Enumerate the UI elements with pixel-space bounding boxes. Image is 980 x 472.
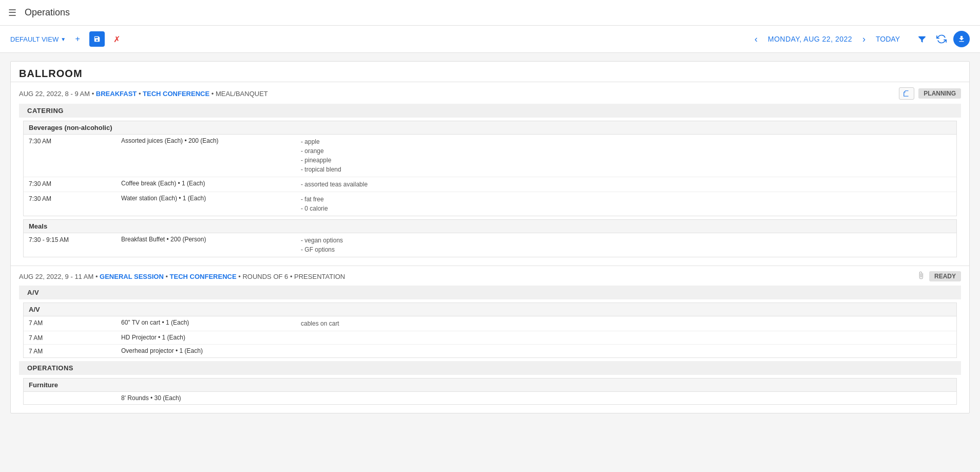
refresh-icon[interactable] [934, 31, 949, 47]
item-time: 7 AM [29, 347, 121, 355]
event-date: AUG 22, 2022, 9 - 11 AM [19, 273, 93, 280]
top-nav: ☰ Operations [0, 0, 980, 26]
today-button[interactable]: TODAY [876, 35, 900, 43]
subcategory-block: Furniture8' Rounds • 30 (Each) [23, 378, 957, 405]
item-time: 7:30 AM [29, 195, 121, 202]
subcategory-header: Beverages (non-alcoholic) [24, 121, 956, 135]
next-date-button[interactable]: › [862, 34, 866, 45]
toolbar: DEFAULT VIEW ▼ + ✗ ‹ MONDAY, AUG 22, 202… [0, 26, 980, 53]
item-name: HD Projector • 1 (Each) [121, 334, 301, 341]
prev-date-button[interactable]: ‹ [755, 34, 758, 45]
subcategory-block: Meals7:30 - 9:15 AMBreakfast Buffet • 20… [23, 219, 957, 257]
current-date: MONDAY, AUG 22, 2022 [768, 35, 852, 43]
item-time [29, 394, 121, 395]
event-status-row: READY [917, 271, 961, 281]
date-navigation: ‹ MONDAY, AUG 22, 2022 › TODAY [755, 34, 900, 45]
item-row: 7 AM60" TV on cart • 1 (Each)cables on c… [24, 316, 956, 331]
item-name: Breakfast Buffet • 200 (Person) [121, 236, 301, 243]
chevron-down-icon: ▼ [61, 36, 66, 42]
item-row: 8' Rounds • 30 (Each) [24, 392, 956, 404]
item-time: 7 AM [29, 319, 121, 327]
app-title: Operations [25, 7, 70, 18]
event-block: AUG 22, 2022, 9 - 11 AM • GENERAL SESSIO… [11, 266, 969, 413]
item-name: 60" TV on cart • 1 (Each) [121, 319, 301, 326]
status-badge[interactable]: PLANNING [918, 88, 961, 99]
event-link[interactable]: BREAKFAST [96, 90, 137, 98]
event-status-row: PLANNING [899, 87, 961, 100]
subcategory-block: Beverages (non-alcoholic)7:30 AMAssorted… [23, 121, 957, 216]
item-row: 7 AMOverhead projector • 1 (Each) [24, 345, 956, 357]
item-row: 7 AMHD Projector • 1 (Each) [24, 331, 956, 345]
menu-icon[interactable]: ☰ [8, 7, 16, 18]
item-name: Water station (Each) • 1 (Each) [121, 195, 301, 202]
item-notes: cables on cart [301, 319, 951, 328]
item-time: 7:30 AM [29, 180, 121, 187]
subcategory-block: A/V7 AM60" TV on cart • 1 (Each)cables o… [23, 303, 957, 358]
category-header: A/V [19, 286, 961, 299]
event-link[interactable]: GENERAL SESSION [100, 273, 164, 280]
item-row: 7:30 - 9:15 AMBreakfast Buffet • 200 (Pe… [24, 233, 956, 257]
download-button[interactable] [953, 31, 970, 47]
item-notes: - vegan options - GF options [301, 236, 951, 254]
save-button[interactable] [89, 31, 105, 47]
item-name: Coffee break (Each) • 1 (Each) [121, 180, 301, 187]
event-block: AUG 22, 2022, 8 - 9 AM • BREAKFAST • TEC… [11, 82, 969, 266]
category-header: CATERING [19, 104, 961, 118]
item-name: Assorted juices (Each) • 200 (Each) [121, 137, 301, 144]
cancel-button[interactable]: ✗ [109, 31, 124, 47]
item-time: 7 AM [29, 334, 121, 342]
subcategory-header: Furniture [24, 379, 956, 392]
subcategory-header: Meals [24, 220, 956, 233]
item-notes: - apple - orange - pineapple - tropical … [301, 137, 951, 174]
event-meta: AUG 22, 2022, 8 - 9 AM • BREAKFAST • TEC… [19, 90, 268, 98]
item-name: 8' Rounds • 30 (Each) [121, 394, 301, 402]
item-row: 7:30 AMAssorted juices (Each) • 200 (Eac… [24, 135, 956, 177]
event-date: AUG 22, 2022, 8 - 9 AM [19, 90, 90, 98]
event-link[interactable]: TECH CONFERENCE [170, 273, 237, 280]
subcategory-header: A/V [24, 303, 956, 316]
event-header-row: AUG 22, 2022, 9 - 11 AM • GENERAL SESSIO… [19, 271, 961, 281]
attachment-icon [917, 271, 925, 281]
item-notes: - assorted teas available [301, 180, 951, 189]
item-row: 7:30 AMCoffee break (Each) • 1 (Each)- a… [24, 177, 956, 192]
item-row: 7:30 AMWater station (Each) • 1 (Each)- … [24, 192, 956, 216]
item-time: 7:30 AM [29, 137, 121, 145]
event-details: ROUNDS OF 6 • PRESENTATION [242, 273, 345, 280]
event-link[interactable]: TECH CONFERENCE [143, 90, 209, 98]
rooms-container: BALLROOMAUG 22, 2022, 8 - 9 AM • BREAKFA… [10, 61, 970, 413]
room-name: BALLROOM [11, 62, 969, 82]
event-meta: AUG 22, 2022, 9 - 11 AM • GENERAL SESSIO… [19, 273, 345, 280]
room-card: BALLROOMAUG 22, 2022, 8 - 9 AM • BREAKFA… [10, 61, 970, 413]
main-content: BALLROOMAUG 22, 2022, 8 - 9 AM • BREAKFA… [0, 53, 980, 472]
item-name: Overhead projector • 1 (Each) [121, 347, 301, 354]
view-select[interactable]: DEFAULT VIEW ▼ [10, 35, 66, 43]
filter-icon[interactable] [914, 31, 930, 47]
status-badge[interactable]: READY [929, 271, 961, 281]
item-notes: - fat free - 0 calorie [301, 195, 951, 213]
pdf-button[interactable] [899, 87, 914, 100]
view-select-label: DEFAULT VIEW [10, 35, 59, 43]
add-button[interactable]: + [70, 31, 85, 47]
right-toolbar-icons [914, 31, 970, 47]
item-time: 7:30 - 9:15 AM [29, 236, 121, 243]
event-details: MEAL/BANQUET [216, 90, 268, 98]
category-header: OPERATIONS [19, 361, 961, 375]
event-header-row: AUG 22, 2022, 8 - 9 AM • BREAKFAST • TEC… [19, 87, 961, 100]
